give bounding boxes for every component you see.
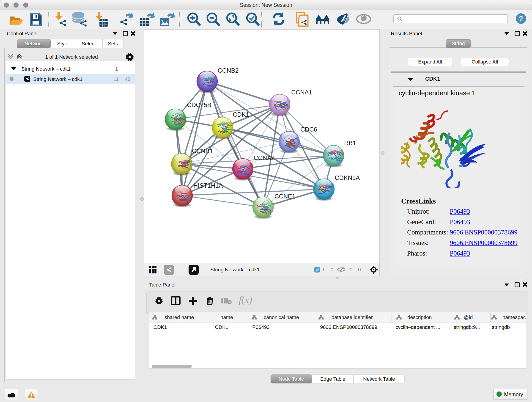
svg-text:CCNA2: CCNA2	[254, 154, 275, 161]
svg-text:CDK1: CDK1	[233, 111, 249, 118]
svg-text:CCNB1: CCNB1	[192, 148, 213, 154]
svg-text:RB1: RB1	[344, 140, 356, 147]
svg-text:HIST1H1A: HIST1H1A	[193, 182, 223, 189]
svg-text:CCNE1: CCNE1	[274, 193, 296, 200]
svg-text:CCNB2: CCNB2	[218, 67, 239, 74]
svg-text:CCNA1: CCNA1	[291, 89, 312, 96]
svg-text:CDC6: CDC6	[300, 126, 317, 133]
svg-text:CDC25B: CDC25B	[187, 102, 211, 108]
svg-text:CDKN1A: CDKN1A	[335, 174, 360, 181]
